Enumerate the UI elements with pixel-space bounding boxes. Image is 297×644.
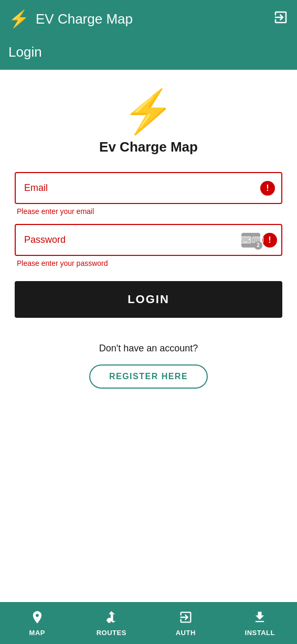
email-error-icon: ! bbox=[260, 181, 275, 196]
app-bar-login-icon[interactable] bbox=[273, 9, 289, 29]
nav-item-routes[interactable]: ROUTES bbox=[75, 602, 149, 644]
keyboard-badge: 2 bbox=[254, 241, 262, 250]
password-field-wrapper: ⌨ 2 ! bbox=[15, 224, 282, 256]
password-icons: ⌨ 2 ! bbox=[241, 233, 282, 248]
nav-label-map: MAP bbox=[29, 629, 45, 637]
password-error-text: Please enter your password bbox=[15, 259, 282, 267]
nav-label-install: INSTALL bbox=[245, 629, 275, 637]
no-account-text: Don't have an account? bbox=[99, 343, 198, 354]
lightning-icon: ⚡ bbox=[8, 9, 29, 29]
nav-item-install[interactable]: INSTALL bbox=[223, 602, 298, 644]
nav-item-auth[interactable]: AUTH bbox=[148, 602, 223, 644]
app-name-label: Ev Charge Map bbox=[99, 139, 198, 155]
login-form: ! Please enter your email ⌨ 2 ! Please e… bbox=[15, 172, 282, 318]
keyboard-icon: ⌨ 2 bbox=[241, 233, 260, 248]
register-area: Don't have an account? REGISTER HERE bbox=[89, 343, 208, 389]
install-icon bbox=[252, 610, 267, 627]
password-error-icon: ! bbox=[262, 233, 277, 248]
register-button[interactable]: REGISTER HERE bbox=[89, 364, 208, 389]
auth-icon bbox=[178, 610, 193, 627]
logo-lightning-icon: ⚡ bbox=[122, 91, 175, 133]
app-bar-title: EV Charge Map bbox=[36, 11, 133, 27]
login-button[interactable]: LOGIN bbox=[15, 281, 282, 318]
app-bar-left: ⚡ EV Charge Map bbox=[8, 9, 133, 29]
bottom-nav: MAP ROUTES AUTH INSTALL bbox=[0, 602, 297, 644]
section-header-title: Login bbox=[8, 44, 42, 60]
email-input[interactable] bbox=[15, 172, 282, 204]
section-header: Login bbox=[0, 38, 297, 70]
email-field-wrapper: ! bbox=[15, 172, 282, 204]
routes-icon bbox=[104, 610, 119, 627]
nav-label-auth: AUTH bbox=[176, 629, 196, 637]
email-error-text: Please enter your email bbox=[15, 207, 282, 216]
nav-item-map[interactable]: MAP bbox=[0, 602, 75, 644]
app-bar: ⚡ EV Charge Map bbox=[0, 0, 297, 38]
nav-label-routes: ROUTES bbox=[97, 629, 126, 637]
map-icon bbox=[30, 610, 45, 627]
logo-area: ⚡ Ev Charge Map bbox=[99, 91, 198, 155]
main-content: ⚡ Ev Charge Map ! Please enter your emai… bbox=[0, 70, 297, 644]
